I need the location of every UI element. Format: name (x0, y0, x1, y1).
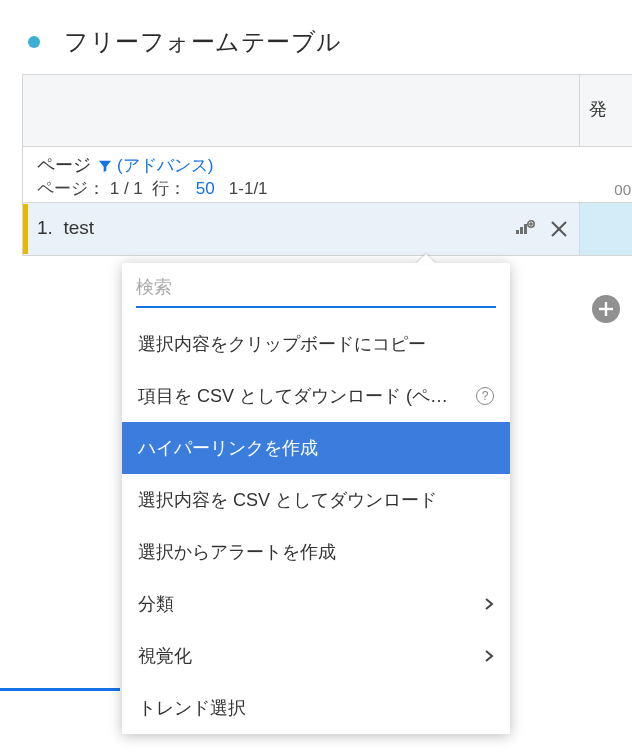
row-metric-cell (579, 203, 632, 255)
dimension-name[interactable]: ページ (37, 153, 91, 177)
pager-rows-label: 行： (152, 179, 186, 198)
menu-item-label: ハイパーリンクを作成 (138, 436, 494, 460)
svg-rect-2 (524, 224, 527, 234)
context-menu: 選択内容をクリップボードにコピー項目を CSV としてダウンロード (ペ…?ハイ… (122, 263, 510, 734)
advanced-filter-link[interactable]: (アドバンス) (117, 154, 213, 177)
menu-item-label: 分類 (138, 592, 484, 616)
menu-item[interactable]: ハイパーリンクを作成 (122, 422, 510, 474)
menu-item-label: 項目を CSV としてダウンロード (ペ… (138, 384, 468, 408)
add-panel-button[interactable] (592, 295, 620, 323)
pager-page: 1 / 1 (110, 179, 143, 198)
row-indicator-bar (23, 204, 28, 254)
pager-rows-value[interactable]: 50 (196, 179, 215, 198)
freeform-table: 発 ページ (アドバンス) ページ： 1 / 1 行： 50 1-1/1 00 (22, 74, 632, 256)
menu-item[interactable]: 分類 (122, 578, 510, 630)
menu-item[interactable]: 視覚化 (122, 630, 510, 682)
filter-icon[interactable] (97, 155, 113, 176)
svg-rect-0 (516, 230, 519, 234)
chevron-right-icon (484, 597, 494, 611)
menu-item[interactable]: トレンド選択 (122, 682, 510, 734)
menu-item-label: 選択内容をクリップボードにコピー (138, 332, 494, 356)
breakdown-icon[interactable] (516, 220, 536, 236)
menu-search-wrapper (122, 263, 510, 314)
menu-item[interactable]: 選択からアラートを作成 (122, 526, 510, 578)
bottom-accent-bar (0, 688, 120, 691)
pager-prefix: ページ： (37, 179, 105, 198)
menu-item-label: トレンド選択 (138, 696, 494, 720)
row-value: test (63, 217, 94, 238)
info-icon[interactable]: ? (476, 387, 494, 405)
close-icon[interactable] (550, 217, 568, 239)
menu-item-label: 選択内容を CSV としてダウンロード (138, 488, 494, 512)
table-title: フリーフォームテーブル (64, 26, 342, 58)
dimension-metric-cell: 00 (579, 147, 632, 202)
menu-item[interactable]: 選択内容をクリップボードにコピー (122, 318, 510, 370)
menu-item[interactable]: 項目を CSV としてダウンロード (ペ…? (122, 370, 510, 422)
dimension-pager: ページ： 1 / 1 行： 50 1-1/1 (37, 177, 268, 200)
metric-column-label: 発 (589, 97, 607, 121)
table-header-blank (23, 75, 578, 146)
chevron-right-icon (484, 649, 494, 663)
svg-rect-1 (520, 227, 523, 234)
table-header-row: 発 (23, 75, 632, 147)
menu-item-label: 選択からアラートを作成 (138, 540, 494, 564)
table-status-dot (28, 36, 40, 48)
pager-range: 1-1/1 (229, 179, 268, 198)
menu-item-label: 視覚化 (138, 644, 484, 668)
row-index: 1. (37, 217, 53, 238)
menu-item[interactable]: 選択内容を CSV としてダウンロード (122, 474, 510, 526)
menu-search-input[interactable] (136, 273, 496, 308)
menu-pointer (416, 254, 436, 264)
sparkline-label: 00 (614, 181, 631, 198)
dimension-header-row: ページ (アドバンス) ページ： 1 / 1 行： 50 1-1/1 00 (23, 147, 632, 203)
table-row[interactable]: 1. test (23, 203, 632, 255)
menu-list: 選択内容をクリップボードにコピー項目を CSV としてダウンロード (ペ…?ハイ… (122, 314, 510, 734)
